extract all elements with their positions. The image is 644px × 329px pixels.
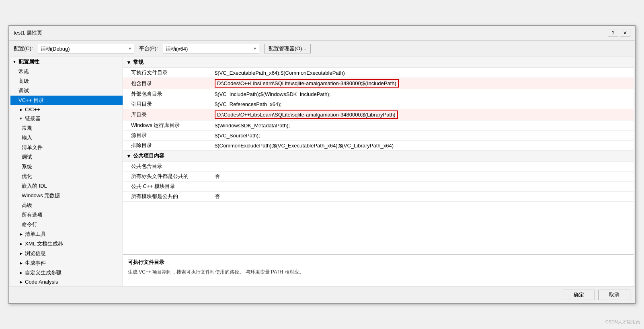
title-bar: test1 属性页 ? ✕ — [9, 26, 635, 41]
config-select[interactable]: 活动(Debug) Debug Release — [38, 44, 134, 53]
cancel-button[interactable]: 取消 — [598, 290, 630, 300]
table-row: 外部包含目录 $(VC_IncludePath);$(WindowsSDK_In… — [123, 89, 634, 99]
sidebar-item-linker-advanced[interactable]: 高级 — [10, 200, 123, 210]
table-row: Windows 运行库目录 $(WindowsSDK_MetadataPath)… — [123, 121, 634, 131]
table-row: 排除目录 $(CommonExcludePath);$(VC_Executabl… — [123, 141, 634, 151]
sidebar-item-cpp[interactable]: ▶ C/C++ — [10, 105, 123, 114]
section-title: ▼ 公共项目内容 — [126, 152, 630, 159]
sidebar-item-linker-input[interactable]: 输入 — [10, 133, 123, 143]
highlighted-value: D:\Codes\C++LibsLearn\SQLite\sqlite-amal… — [215, 110, 398, 119]
sidebar-item-label: 输入 — [22, 134, 32, 141]
sidebar-item-label: 系统 — [22, 163, 32, 170]
sidebar-item-label: C/C++ — [25, 106, 40, 112]
sidebar-item-xml-gen[interactable]: ▶ XML 文档生成器 — [10, 239, 123, 249]
properties-dialog: test1 属性页 ? ✕ 配置(C): 活动(Debug) Debug Rel… — [8, 25, 636, 304]
sidebar-item-config-props[interactable]: ▼ 配置属性 — [10, 57, 123, 67]
sidebar-item-label: 清单工具 — [25, 231, 46, 238]
sidebar-item-browse-info[interactable]: ▶ 浏览信息 — [10, 249, 123, 258]
sidebar-item-linker-idl[interactable]: 嵌入的 IDL — [10, 181, 123, 191]
sidebar-item-label: 常规 — [18, 68, 29, 75]
sidebar-item-label: Windows 元数据 — [22, 192, 60, 199]
platform-select-wrap: 活动(x64) x64 Win32 — [163, 44, 259, 53]
sidebar-item-label: VC++ 目录 — [18, 97, 44, 104]
properties-table: ▼ 常规 可执行文件目录 $(VC_ExecutablePath_x64);$(… — [123, 57, 634, 254]
prop-name: 所有模块都是公共的 — [123, 192, 211, 202]
prop-value: $(VC_ReferencesPath_x64); — [211, 99, 634, 109]
prop-value: D:\Codes\C++LibsLearn\SQLite\sqlite-amal… — [211, 78, 634, 89]
config-select-wrap: 活动(Debug) Debug Release — [38, 44, 134, 53]
main-content: ▼ 配置属性 常规 高级 调试 VC++ 目录 ▶ C/C++ — [10, 57, 634, 286]
prop-name: 外部包含目录 — [123, 89, 211, 99]
expand-icon: ▶ — [18, 280, 23, 284]
expand-icon: ▶ — [18, 108, 23, 112]
expand-icon: ▶ — [18, 261, 23, 265]
description-title: 可执行文件目录 — [128, 259, 629, 266]
description-text: 生成 VC++ 项目期间，搜索可执行文件时使用的路径。 与环境变量 PATH 相… — [128, 268, 629, 276]
dialog-title: test1 属性页 — [14, 29, 42, 37]
prop-name: 库目录 — [123, 109, 211, 121]
sidebar-item-general[interactable]: 常规 — [10, 67, 123, 76]
table-row: 源目录 $(VC_SourcePath); — [123, 131, 634, 141]
title-bar-buttons: ? ✕ — [608, 29, 630, 37]
section-label: 常规 — [133, 59, 144, 66]
ok-button[interactable]: 确定 — [563, 290, 595, 300]
description-panel: 可执行文件目录 生成 VC++ 项目期间，搜索可执行文件时使用的路径。 与环境变… — [123, 254, 634, 286]
sidebar-item-vc-dirs[interactable]: VC++ 目录 — [10, 96, 123, 105]
prop-name: 所有标头文件都是公共的 — [123, 172, 211, 182]
sidebar-item-linker-manifest[interactable]: 清单文件 — [10, 143, 123, 152]
prop-value: D:\Codes\C++LibsLearn\SQLite\sqlite-amal… — [211, 109, 634, 121]
sidebar-item-linker[interactable]: ▼ 链接器 — [10, 114, 123, 123]
config-manager-button[interactable]: 配置管理器(O)... — [264, 44, 311, 53]
prop-value: $(WindowsSDK_MetadataPath); — [211, 121, 634, 131]
table-row: 库目录 D:\Codes\C++LibsLearn\SQLite\sqlite-… — [123, 109, 634, 121]
section-header-public: ▼ 公共项目内容 — [123, 151, 634, 161]
sidebar-item-label: 嵌入的 IDL — [22, 182, 47, 190]
sidebar-item-label: 调试 — [18, 87, 29, 94]
prop-value — [211, 161, 634, 172]
prop-name: 公共 C++ 模块目录 — [123, 182, 211, 192]
section-expand-icon: ▼ — [126, 59, 131, 65]
sidebar-item-manifest-tool[interactable]: ▶ 清单工具 — [10, 229, 123, 239]
sidebar-item-linker-system[interactable]: 系统 — [10, 162, 123, 172]
section-expand-icon: ▼ — [126, 153, 131, 159]
sidebar-item-linker-winmeta[interactable]: Windows 元数据 — [10, 191, 123, 200]
prop-value: $(CommonExcludePath);$(VC_ExecutablePath… — [211, 141, 634, 151]
sidebar-item-linker-alloptions[interactable]: 所有选项 — [10, 210, 123, 220]
expand-icon: ▼ — [12, 60, 17, 64]
prop-name: 包含目录 — [123, 78, 211, 89]
sidebar-item-label: 浏览信息 — [25, 250, 46, 257]
help-button[interactable]: ? — [608, 29, 618, 37]
prop-name: 排除目录 — [123, 141, 211, 151]
expand-icon: ▶ — [18, 242, 23, 246]
expand-icon: ▼ — [18, 116, 23, 121]
close-button[interactable]: ✕ — [620, 29, 630, 37]
sidebar-item-label: 所有选项 — [22, 211, 43, 219]
prop-value: $(VC_IncludePath);$(WindowsSDK_IncludePa… — [211, 89, 634, 99]
sidebar: ▼ 配置属性 常规 高级 调试 VC++ 目录 ▶ C/C++ — [10, 57, 123, 286]
sidebar-item-debug[interactable]: 调试 — [10, 86, 123, 96]
sidebar-item-advanced[interactable]: 高级 — [10, 76, 123, 86]
sidebar-item-linker-optimize[interactable]: 优化 — [10, 172, 123, 181]
platform-select[interactable]: 活动(x64) x64 Win32 — [163, 44, 259, 53]
sidebar-item-custom-build[interactable]: ▶ 自定义生成步骤 — [10, 268, 123, 278]
prop-name: Windows 运行库目录 — [123, 121, 211, 131]
sidebar-item-code-analysis[interactable]: ▶ Code Analysis — [10, 278, 123, 286]
section-title: ▼ 常规 — [126, 59, 630, 66]
sidebar-item-build-events[interactable]: ▶ 生成事件 — [10, 258, 123, 268]
sidebar-item-label: 清单文件 — [22, 144, 43, 151]
table-row: 引用目录 $(VC_ReferencesPath_x64); — [123, 99, 634, 109]
sidebar-item-label: 常规 — [22, 125, 32, 132]
prop-name: 引用目录 — [123, 99, 211, 109]
sidebar-item-linker-debug[interactable]: 调试 — [10, 152, 123, 162]
sidebar-item-label: 命令行 — [22, 221, 37, 228]
prop-name: 公共包含目录 — [123, 161, 211, 172]
toolbar: 配置(C): 活动(Debug) Debug Release 平台(P): 活动… — [9, 41, 635, 57]
sidebar-item-linker-general[interactable]: 常规 — [10, 123, 123, 133]
sidebar-item-label: 高级 — [18, 78, 29, 85]
sidebar-item-label: 配置属性 — [18, 58, 39, 65]
section-label: 公共项目内容 — [133, 152, 164, 159]
dialog-footer: 确定 取消 — [9, 286, 635, 303]
section-header-general: ▼ 常规 — [123, 57, 634, 68]
sidebar-item-linker-cmdline[interactable]: 命令行 — [10, 220, 123, 229]
prop-value: 否 — [211, 192, 634, 202]
